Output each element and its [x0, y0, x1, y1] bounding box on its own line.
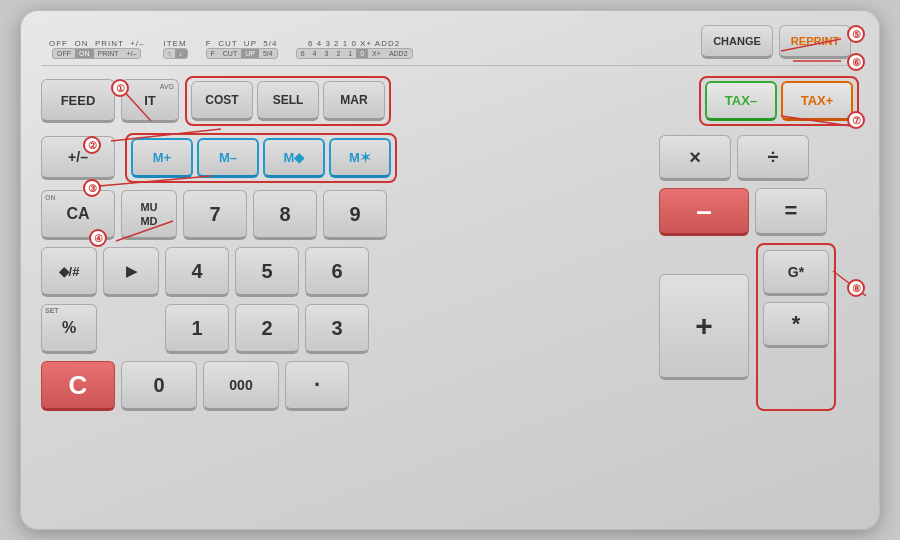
sell-key[interactable]: SELL: [257, 81, 319, 121]
row-3: ON CA MUMD 7 8 9: [41, 190, 645, 240]
switch-decimal: 6 4 3 2 1 0 X+ ADD2 6 4 3 2 1 0 X+ ADD2: [296, 39, 413, 59]
avg-sublabel: AVG: [160, 83, 174, 90]
reprint-button[interactable]: REPRINT: [779, 25, 851, 59]
arrow-key[interactable]: ▶: [103, 247, 159, 297]
key-7[interactable]: 7: [183, 190, 247, 240]
switch-label-1: OFF ON PRINT +/–: [49, 39, 145, 48]
switch-rounding: F CUT UP 5/4 F CUT UP 5/4: [206, 39, 278, 59]
switch-label-round: F CUT UP 5/4: [206, 39, 278, 48]
key-4[interactable]: 4: [165, 247, 229, 297]
row-op2: – =: [659, 188, 859, 236]
row-2: +/– M+ M– M◆ M✶: [41, 133, 645, 183]
opt-d0[interactable]: 0: [356, 49, 368, 58]
row-1: FEED AVG IT COST SELL MAR: [41, 76, 645, 126]
key-8[interactable]: 8: [253, 190, 317, 240]
key-9[interactable]: 9: [323, 190, 387, 240]
slide-switch-dec[interactable]: 6 4 3 2 1 0 X+ ADD2: [296, 48, 413, 59]
memory-group: M+ M– M◆ M✶: [125, 133, 397, 183]
ca-label: CA: [66, 205, 89, 223]
annotation-2: ②: [83, 136, 101, 154]
row-op1: × ÷: [659, 135, 859, 181]
opt-plusminus[interactable]: +/–: [123, 49, 141, 58]
calculator-body: OFF ON PRINT +/– OFF ON PRINT +/– ITEM ↑…: [20, 10, 880, 530]
annotation-8: ⑧: [847, 279, 865, 297]
opt-item-up[interactable]: ↑: [164, 49, 176, 58]
divide-key[interactable]: ÷: [737, 135, 809, 181]
opt-on[interactable]: ON: [75, 49, 94, 58]
switch-label-dec: 6 4 3 2 1 0 X+ ADD2: [308, 39, 400, 48]
annotation-1: ①: [111, 79, 129, 97]
opt-cut[interactable]: CUT: [219, 49, 241, 58]
opt-d1[interactable]: 1: [344, 49, 356, 58]
slide-switch-1[interactable]: OFF ON PRINT +/–: [52, 48, 141, 59]
gstar-group: G* *: [756, 243, 836, 411]
on-label: ON: [45, 194, 56, 201]
tax-row: TAX– TAX+: [659, 76, 859, 126]
key-1[interactable]: 1: [165, 304, 229, 354]
opt-off[interactable]: OFF: [53, 49, 75, 58]
opt-d6[interactable]: 6: [297, 49, 309, 58]
c-key[interactable]: C: [41, 361, 115, 411]
minus-key[interactable]: –: [659, 188, 749, 236]
m-diamond-key[interactable]: M◆: [263, 138, 325, 178]
slide-switch-round[interactable]: F CUT UP 5/4: [206, 48, 278, 59]
switch-item: ITEM ↑ ↓: [163, 39, 188, 59]
tax-group: TAX– TAX+: [699, 76, 859, 126]
opt-f[interactable]: F: [207, 49, 219, 58]
m-plus-key[interactable]: M+: [131, 138, 193, 178]
key-dot[interactable]: ·: [285, 361, 349, 411]
it-label: IT: [144, 93, 156, 108]
row-5: SET % 1 2 3: [41, 304, 645, 354]
key-2[interactable]: 2: [235, 304, 299, 354]
g-star-key[interactable]: G*: [763, 250, 829, 296]
percent-key[interactable]: SET %: [41, 304, 97, 354]
tax-minus-key[interactable]: TAX–: [705, 81, 777, 121]
opt-xp[interactable]: X+: [368, 49, 385, 58]
plus-minus-key[interactable]: +/–: [41, 136, 115, 180]
tax-plus-key[interactable]: TAX+: [781, 81, 853, 121]
key-000[interactable]: 000: [203, 361, 279, 411]
feed-label: FEED: [61, 93, 96, 108]
annotation-7: ⑦: [847, 111, 865, 129]
mu-md-key[interactable]: MUMD: [121, 190, 177, 240]
opt-d4[interactable]: 4: [309, 49, 321, 58]
diamond-hash-key[interactable]: ◆/#: [41, 247, 97, 297]
slide-switch-item[interactable]: ↑ ↓: [163, 48, 188, 59]
switch-label-item: ITEM: [163, 39, 186, 48]
key-5[interactable]: 5: [235, 247, 299, 297]
opt-print[interactable]: PRINT: [94, 49, 123, 58]
feed-key[interactable]: FEED: [41, 79, 115, 123]
pct-label: %: [62, 319, 76, 337]
key-0[interactable]: 0: [121, 361, 197, 411]
opt-d2[interactable]: 2: [332, 49, 344, 58]
switch-off-on-print: OFF ON PRINT +/– OFF ON PRINT +/–: [49, 39, 145, 59]
opt-54[interactable]: 5/4: [259, 49, 277, 58]
annotation-6: ⑥: [847, 53, 865, 71]
star-key[interactable]: *: [763, 302, 829, 348]
opt-d3[interactable]: 3: [320, 49, 332, 58]
cost-key[interactable]: COST: [191, 81, 253, 121]
multiply-key[interactable]: ×: [659, 135, 731, 181]
annotation-3: ③: [83, 179, 101, 197]
cost-sell-mar-group: COST SELL MAR: [185, 76, 391, 126]
plus-key[interactable]: +: [659, 274, 749, 380]
opt-item-dn[interactable]: ↓: [175, 49, 187, 58]
opt-add2[interactable]: ADD2: [385, 49, 412, 58]
it-key[interactable]: AVG IT: [121, 79, 179, 123]
annotation-5: ⑤: [847, 25, 865, 43]
key-3[interactable]: 3: [305, 304, 369, 354]
row-6: C 0 000 ·: [41, 361, 645, 411]
top-switches-bar: OFF ON PRINT +/– OFF ON PRINT +/– ITEM ↑…: [41, 21, 859, 66]
mar-key[interactable]: MAR: [323, 81, 385, 121]
equals-key[interactable]: =: [755, 188, 827, 236]
key-6[interactable]: 6: [305, 247, 369, 297]
annotation-4: ④: [89, 229, 107, 247]
m-star-key[interactable]: M✶: [329, 138, 391, 178]
row-4: ◆/# ▶ 4 5 6: [41, 247, 645, 297]
opt-up[interactable]: UP: [241, 49, 259, 58]
change-button[interactable]: CHANGE: [701, 25, 773, 59]
m-minus-key[interactable]: M–: [197, 138, 259, 178]
